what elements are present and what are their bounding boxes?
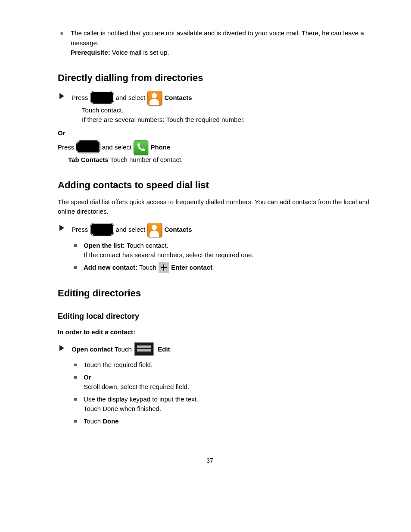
instruction-step: Press and select Contacts Touch contact.…	[59, 91, 372, 125]
body-text: The speed dial list offers quick access …	[58, 197, 372, 217]
instruction-substep: Open the list: Touch contact. If the con…	[72, 241, 372, 260]
label-or: Or	[58, 128, 372, 138]
instruction-substep: Touch the required field.	[72, 360, 372, 370]
menu-key-icon	[134, 342, 154, 356]
label-prerequisite: Prerequisite:	[71, 49, 110, 56]
instruction-step: Press and select Phone Tab Contacts Touc…	[58, 140, 372, 165]
instruction-substep: Use the display keypad to input the text…	[72, 395, 372, 414]
plus-icon	[159, 262, 169, 273]
instruction-substep: Or Scroll down, select the required fiel…	[72, 373, 372, 392]
applications-key-icon	[90, 91, 114, 103]
manual-page: The caller is notified that you are not …	[0, 0, 411, 508]
phone-app-icon	[134, 140, 148, 155]
contacts-app-icon	[147, 91, 162, 106]
heading-edit-local: Editing local directory	[58, 311, 372, 322]
instruction-step: Press and select Contacts	[59, 223, 372, 237]
heading-edit-directories: Editing directories	[58, 286, 372, 300]
body-text: In order to edit a contact:	[58, 327, 372, 337]
instruction-substep: Touch Done	[72, 417, 372, 426]
contacts-app-icon	[147, 223, 162, 237]
body-text: The caller is notified that you are not …	[58, 28, 372, 58]
instruction-step: Open contact Touch Edit	[59, 343, 372, 357]
applications-key-icon	[90, 223, 114, 235]
heading-speed-dial: Adding contacts to speed dial list	[58, 178, 372, 192]
instruction-substep: Add new contact: Touch Enter contact	[72, 263, 372, 273]
applications-key-icon	[77, 141, 100, 153]
heading-direct-dial: Directly dialling from directories	[58, 71, 372, 85]
page-number: 37	[47, 456, 372, 465]
